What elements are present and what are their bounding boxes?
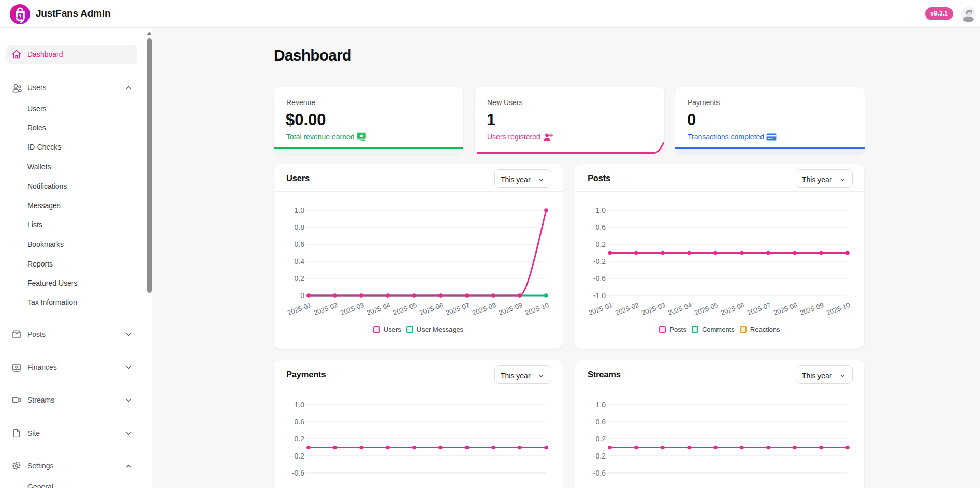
svg-text:2025-07: 2025-07 [445,301,471,317]
svg-text:-0.2: -0.2 [593,257,606,265]
svg-text:0.2: 0.2 [295,435,305,443]
svg-text:2025-09: 2025-09 [799,301,825,317]
svg-text:2025-10: 2025-10 [524,301,550,317]
svg-text:1.0: 1.0 [596,206,606,214]
svg-text:-0.6: -0.6 [593,274,606,283]
svg-text:0.2: 0.2 [596,435,606,443]
svg-text:0: 0 [300,291,304,300]
svg-text:2025-03: 2025-03 [339,301,365,317]
svg-text:0.6: 0.6 [596,418,606,426]
svg-text:2025-08: 2025-08 [471,301,497,317]
svg-text:2025-01: 2025-01 [286,301,312,317]
svg-text:2025-02: 2025-02 [614,301,640,317]
svg-text:2025-01: 2025-01 [588,301,613,317]
svg-text:0.8: 0.8 [295,223,305,231]
svg-text:-1.0: -1.0 [593,291,606,300]
svg-text:1.0: 1.0 [596,401,606,409]
svg-text:0.2: 0.2 [295,274,305,283]
svg-text:2025-08: 2025-08 [772,301,798,317]
svg-text:1.0: 1.0 [295,401,305,409]
svg-text:2025-03: 2025-03 [640,301,666,317]
svg-text:2025-06: 2025-06 [720,301,745,317]
svg-text:-0.6: -0.6 [593,469,606,477]
svg-text:0.6: 0.6 [596,223,606,231]
svg-text:2025-07: 2025-07 [746,301,772,317]
svg-text:1.0: 1.0 [295,206,305,214]
svg-text:0.2: 0.2 [596,240,606,248]
svg-text:2025-02: 2025-02 [313,301,339,317]
svg-text:0.4: 0.4 [295,257,305,265]
svg-text:-0.2: -0.2 [593,452,606,460]
svg-text:2025-06: 2025-06 [418,301,444,317]
svg-text:0.6: 0.6 [295,240,305,248]
svg-text:2025-05: 2025-05 [392,301,418,317]
svg-text:2025-09: 2025-09 [498,301,523,317]
svg-text:2025-10: 2025-10 [825,301,851,317]
svg-text:-0.6: -0.6 [292,469,304,477]
svg-text:2025-04: 2025-04 [667,301,693,317]
svg-text:-0.2: -0.2 [292,452,304,460]
svg-text:0.6: 0.6 [295,418,305,426]
svg-text:2025-05: 2025-05 [693,301,719,317]
svg-text:2025-04: 2025-04 [365,301,391,317]
